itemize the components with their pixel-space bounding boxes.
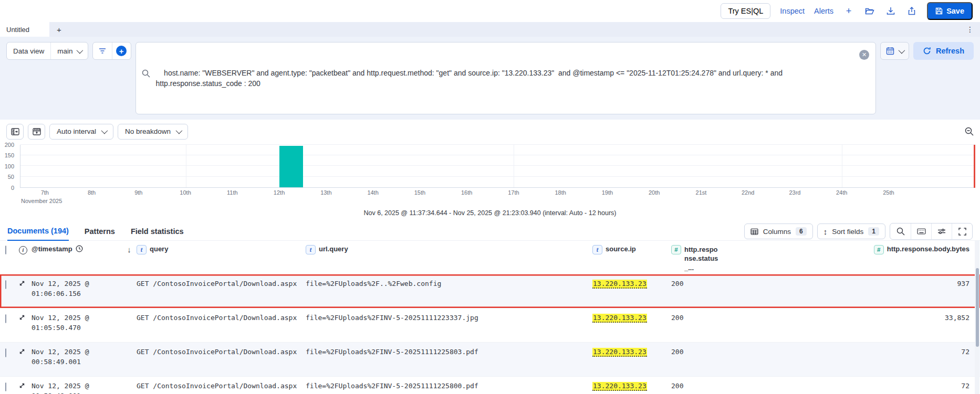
add-filter-icon[interactable]: + [112, 42, 131, 59]
inspect-link[interactable]: Inspect [780, 7, 805, 15]
table-row[interactable]: Nov 12, 2025 @ 00:58:49.001 GET /Contoso… [0, 343, 980, 377]
save-button[interactable]: Save [927, 2, 973, 20]
cell-url-query: file=%2FUploads%2F..%2Fweb.config [306, 279, 592, 308]
query-bar: Data view main + host.name: "WEBSERVER" … [0, 37, 980, 120]
histogram-chart[interactable]: 050100150200 7th8th9th10th11th12th13th14… [0, 143, 980, 205]
cell-source-ip-highlighted: 13.220.133.23 [592, 280, 647, 289]
chevron-down-icon [101, 127, 108, 134]
cell-query: GET /ContosoInvoicePortal/Download.aspx [137, 279, 306, 308]
sort-updown-icon: ↕ [823, 227, 828, 236]
toggle-chart-icon[interactable] [28, 124, 45, 140]
interval-dropdown[interactable]: Auto interval [49, 124, 113, 140]
cell-query: GET /ContosoInvoicePortal/Download.aspx [137, 381, 306, 394]
save-icon [935, 7, 943, 15]
toggle-sidebar-icon[interactable] [6, 124, 24, 140]
cell-timestamp: Nov 12, 2025 @ 01:06:06.156 [32, 279, 122, 308]
histogram-bar[interactable] [279, 146, 303, 187]
row-info-icon[interactable]: i [19, 246, 27, 254]
expand-row-icon[interactable] [19, 314, 32, 321]
clock-icon [76, 245, 83, 252]
data-view-label: Data view [7, 42, 50, 59]
cell-source-ip-highlighted: 13.220.133.23 [592, 348, 647, 357]
open-folder-icon[interactable] [864, 5, 875, 17]
sort-fields-button[interactable]: ↕ Sort fields 1 [817, 223, 885, 239]
number-field-icon: # [671, 245, 681, 254]
display-settings-icon[interactable] [931, 223, 952, 239]
data-view-picker[interactable]: Data view main [6, 42, 88, 60]
table-row[interactable]: Nov 12, 2025 @ 01:05:50.470 GET /Contoso… [0, 308, 980, 343]
cell-status-code: 200 [671, 279, 722, 308]
refresh-icon [923, 47, 931, 55]
keyboard-shortcuts-icon[interactable] [911, 223, 931, 239]
filter-icon[interactable] [93, 42, 112, 59]
query-input[interactable]: host.name: "WEBSERVER" and agent.type: "… [135, 42, 876, 114]
cell-timestamp: Nov 12, 2025 @ 00:58:49.001 [32, 347, 122, 376]
try-esql-button[interactable]: Try ES|QL [721, 3, 770, 19]
row-checkbox[interactable] [5, 314, 6, 323]
histogram-controls: Auto interval No breakdown [0, 120, 980, 141]
row-checkbox[interactable] [5, 280, 6, 289]
calendar-icon [886, 47, 894, 55]
column-header-url-query[interactable]: t url.query [306, 245, 592, 254]
new-tab-button[interactable]: + [49, 22, 69, 37]
expand-row-icon[interactable] [19, 382, 32, 389]
chart-plot-area[interactable] [20, 145, 975, 188]
select-all-checkbox[interactable] [5, 246, 6, 254]
date-picker-button[interactable] [880, 42, 909, 60]
top-navigation-bar: Try ES|QL Inspect Alerts + Save [0, 0, 980, 22]
tab-options-kebab-icon[interactable]: ⋮ [960, 22, 980, 37]
data-view-value[interactable]: main [50, 42, 87, 59]
alerts-link[interactable]: Alerts [814, 7, 833, 15]
current-time-marker [974, 145, 975, 188]
chevron-down-icon [76, 47, 83, 54]
column-header-source-ip[interactable]: t source.ip [592, 245, 671, 254]
row-checkbox[interactable] [5, 382, 6, 391]
tab-field-statistics[interactable]: Field statistics [131, 223, 184, 240]
columns-button[interactable]: Columns 6 [744, 223, 813, 239]
table-row[interactable]: Nov 12, 2025 @ 00:58:49.001 GET /Contoso… [0, 377, 980, 394]
add-icon[interactable]: + [843, 5, 854, 17]
expand-row-icon[interactable] [19, 348, 32, 355]
cell-status-code: 200 [671, 313, 722, 342]
cell-source-ip-highlighted: 13.220.133.23 [592, 382, 647, 391]
clear-query-icon[interactable]: ✕ [859, 50, 869, 60]
column-header-query[interactable]: t query [137, 245, 306, 254]
fullscreen-icon[interactable] [952, 223, 972, 239]
chart-zoom-icon[interactable] [965, 127, 974, 136]
scrollbar-thumb[interactable] [976, 268, 979, 347]
cell-body-bytes: 72 [722, 347, 973, 376]
chevron-down-icon [899, 47, 905, 54]
tab-documents[interactable]: Documents (194) [7, 222, 69, 241]
text-field-icon: t [137, 245, 147, 254]
tab-untitled[interactable]: Untitled [0, 22, 49, 37]
cell-body-bytes: 937 [722, 279, 973, 308]
cell-source-ip-highlighted: 13.220.133.23 [592, 314, 647, 323]
column-header-status-code[interactable]: # http.response.status_... [671, 245, 722, 273]
cell-query: GET /ContosoInvoicePortal/Download.aspx [137, 313, 306, 342]
cell-url-query: file=%2FUploads%2FINV-5-20251111223337.j… [306, 313, 592, 342]
grid-header-row: i @timestamp ↓ t query t url.query t sou… [0, 241, 980, 275]
share-icon[interactable] [906, 5, 918, 17]
sort-descending-icon[interactable]: ↓ [127, 245, 131, 254]
grid-display-options [890, 223, 973, 240]
cell-url-query: file=%2FUploads%2FINV-5-20251111225803.p… [306, 347, 592, 376]
expand-row-icon[interactable] [19, 280, 32, 286]
time-range-summary: Nov 6, 2025 @ 11:37:34.644 - Nov 25, 202… [0, 205, 980, 222]
column-header-body-bytes[interactable]: # http.response.body.bytes [722, 245, 973, 254]
search-in-table-icon[interactable] [890, 223, 911, 239]
query-text: host.name: "WEBSERVER" and agent.type: "… [156, 69, 785, 88]
grid-toolbar: Columns 6 ↕ Sort fields 1 [744, 223, 973, 240]
download-icon[interactable] [885, 5, 896, 17]
columns-icon [750, 228, 758, 235]
filter-controls: + [92, 42, 131, 60]
table-row[interactable]: Nov 12, 2025 @ 01:06:06.156 GET /Contoso… [0, 274, 980, 308]
refresh-button[interactable]: Refresh [913, 42, 974, 60]
search-icon [142, 48, 154, 99]
row-checkbox[interactable] [5, 348, 6, 357]
column-header-timestamp[interactable]: @timestamp [32, 245, 122, 253]
cell-status-code: 200 [671, 381, 722, 394]
sort-count-badge: 1 [868, 227, 879, 236]
vertical-scrollbar[interactable] [975, 241, 979, 394]
tab-patterns[interactable]: Patterns [85, 223, 115, 240]
breakdown-dropdown[interactable]: No breakdown [118, 124, 188, 140]
